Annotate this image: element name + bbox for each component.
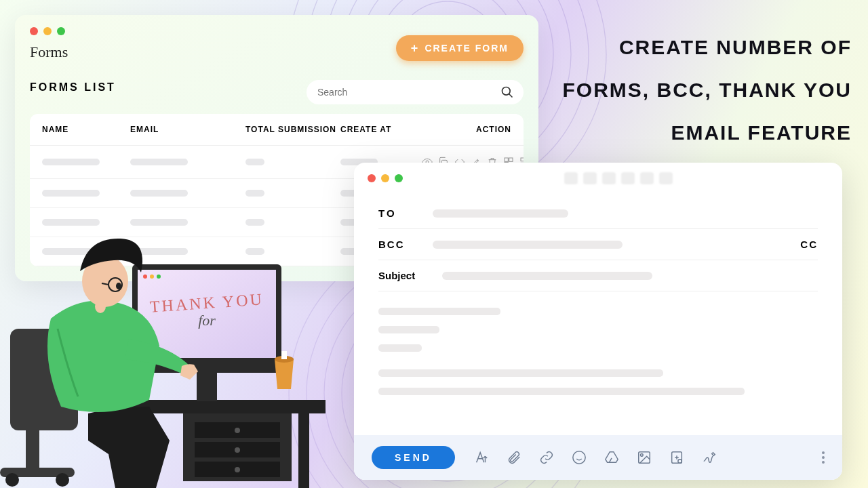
svg-rect-54 [281, 351, 287, 359]
table-header: NAME EMAIL TOTAL SUBMISSION CREATE AT AC… [30, 114, 524, 146]
search-input[interactable] [307, 80, 524, 104]
email-panel: TO BCC CC Subject SEND [354, 163, 842, 480]
svg-text:for: for [198, 312, 216, 329]
close-icon[interactable] [30, 27, 38, 35]
link-icon[interactable] [539, 450, 554, 465]
svg-point-25 [573, 451, 585, 464]
email-body-area[interactable] [378, 291, 818, 422]
svg-point-42 [235, 467, 240, 472]
svg-point-49 [157, 274, 161, 279]
cc-toggle[interactable]: CC [800, 239, 818, 250]
illustration: THANK YOU for [0, 224, 353, 488]
to-field[interactable]: TO [378, 198, 818, 229]
emoji-icon[interactable] [572, 450, 587, 465]
svg-point-34 [56, 473, 69, 487]
forms-title: Forms [30, 43, 68, 61]
minimize-icon[interactable] [381, 174, 389, 182]
svg-point-38 [235, 428, 240, 433]
svg-rect-52 [197, 373, 217, 401]
drive-icon[interactable] [604, 450, 619, 465]
svg-rect-19 [509, 158, 513, 161]
svg-rect-44 [298, 413, 309, 488]
svg-point-59 [95, 300, 106, 313]
svg-rect-21 [521, 158, 524, 161]
svg-point-29 [678, 460, 682, 464]
to-label: TO [378, 207, 416, 219]
compose-toolbar: SEND [354, 435, 842, 480]
create-form-button[interactable]: + CREATE FORM [396, 35, 524, 61]
signature-icon[interactable] [702, 450, 717, 465]
col-action: ACTION [422, 125, 511, 134]
confidential-icon[interactable] [669, 450, 684, 465]
bcc-label: BCC [378, 239, 416, 250]
text-format-icon[interactable] [474, 450, 489, 465]
maximize-icon[interactable] [395, 174, 403, 182]
svg-point-27 [640, 454, 643, 457]
bcc-field[interactable]: BCC CC [378, 229, 818, 260]
window-dots [30, 27, 524, 35]
toolbar-ghost [408, 172, 829, 184]
svg-rect-35 [122, 400, 326, 413]
headline: CREATE NUMBER OF FORMS, BCC, THANK YOU E… [560, 26, 852, 154]
maximize-icon[interactable] [57, 27, 65, 35]
close-icon[interactable] [368, 174, 376, 182]
svg-point-40 [235, 447, 240, 453]
col-email: EMAIL [130, 125, 245, 134]
col-total: TOTAL SUBMISSION [245, 125, 340, 134]
svg-rect-31 [26, 430, 39, 471]
more-icon[interactable] [822, 451, 825, 464]
search-icon [500, 85, 514, 99]
col-name: NAME [42, 125, 130, 134]
attachment-icon[interactable] [507, 450, 521, 465]
create-label: CREATE FORM [425, 43, 509, 54]
svg-point-33 [5, 473, 19, 487]
svg-point-14 [502, 87, 511, 96]
image-icon[interactable] [637, 450, 652, 465]
svg-point-47 [143, 274, 147, 279]
forms-subtitle: FORMS LIST [30, 81, 116, 94]
minimize-icon[interactable] [43, 27, 52, 35]
plus-icon: + [411, 42, 420, 54]
search-box [307, 80, 524, 104]
svg-point-48 [150, 274, 154, 279]
svg-line-15 [509, 94, 513, 98]
subject-label: Subject [378, 270, 426, 281]
send-button[interactable]: SEND [372, 446, 455, 469]
svg-rect-18 [505, 158, 508, 161]
col-created: CREATE AT [340, 125, 422, 134]
subject-field[interactable]: Subject [378, 260, 818, 291]
